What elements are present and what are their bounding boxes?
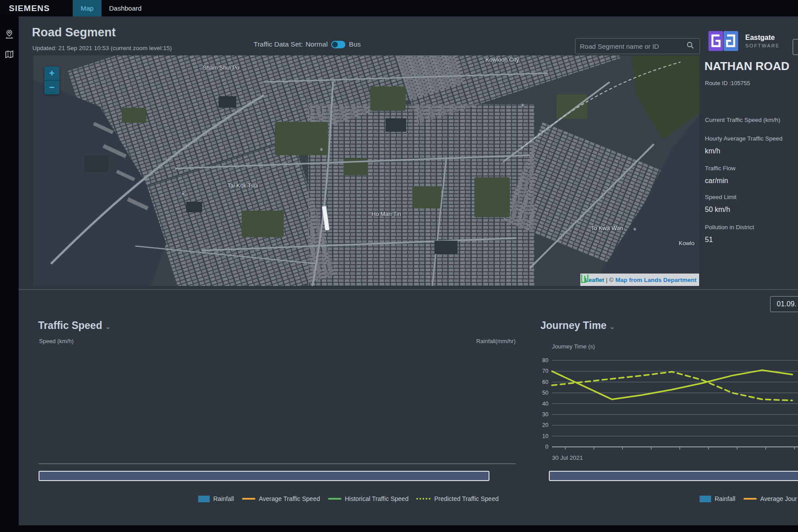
metric-label: Current Traffic Speed (km/h) (705, 117, 780, 123)
legend-item[interactable]: Average Traffic Speed (242, 495, 320, 502)
cutoff-edge-button[interactable] (793, 39, 798, 55)
y-tick-label: 60 (542, 379, 548, 385)
x-tick-label: 14:46 (701, 452, 715, 452)
lands-department-link[interactable]: Map from Lands Department (615, 277, 696, 283)
eastgate-sub: SOFTWARE (745, 43, 780, 48)
eastgate-logo-right-square (724, 31, 738, 51)
dataset-option-bus: Bus (349, 40, 361, 48)
location-pin-icon[interactable] (4, 29, 15, 39)
section-divider (19, 289, 798, 290)
legend-swatch-box (700, 496, 711, 502)
y-tick-label: 50 (542, 390, 548, 396)
bottom-strip (0, 525, 798, 532)
zoom-in-button[interactable]: + (44, 66, 59, 81)
legend-label: Predicted Traffic Speed (434, 495, 498, 502)
tab-map[interactable]: Map (73, 0, 102, 16)
eastgate-logo-left-square (708, 31, 723, 51)
legend-item[interactable]: Rainfall (700, 495, 735, 502)
legend-item[interactable]: Historical Traffic Speed (328, 495, 409, 502)
map-place-label: Kowloon City (485, 56, 519, 63)
legend-item[interactable]: Average Jour (743, 495, 797, 502)
metric-value: car/min (705, 177, 728, 185)
metric-label: Hourly Average Traffic Speed (705, 135, 782, 142)
dataset-toggle[interactable] (331, 41, 345, 48)
top-bar: SIEMENS Map Dashboard (0, 0, 798, 16)
metric-value: 50 km/h (705, 206, 730, 214)
y-tick-label: 70 (542, 368, 548, 374)
metric-label: Pollution in District (705, 224, 754, 231)
x-tick-label: 14:36 (558, 452, 572, 452)
y-tick-label: 30 (542, 411, 548, 418)
map-poi-symbol: ✳ (181, 191, 185, 197)
search-box (575, 38, 700, 54)
map-zoom-control: + − (44, 66, 59, 94)
x-tick-label: 14:42 (644, 452, 658, 452)
series-dashed (552, 372, 792, 401)
map-place-label: Ho Man Tin (372, 211, 401, 217)
traffic-speed-scrollbar[interactable] (39, 471, 489, 481)
x-tick-label: 14:48 (730, 452, 744, 452)
metric-value: 51 (705, 236, 713, 244)
map-attribution: Leaflet | © Map from Lands Department (580, 274, 699, 286)
eastgate-logo: Eastgate SOFTWARE (708, 31, 780, 51)
traffic-speed-legend: RainfallAverage Traffic SpeedHistorical … (198, 495, 499, 502)
eastgate-name: Eastgate (745, 34, 780, 42)
x-tick-label: 14:44 (673, 452, 687, 452)
legend-swatch-box (198, 496, 210, 502)
chevron-down-icon: ⌄ (105, 323, 110, 330)
map-poi-symbol: ✳ (633, 227, 637, 232)
x-tick-label: 14:52 (787, 452, 798, 452)
y-tick-label: 10 (542, 433, 548, 439)
legend-item[interactable]: Predicted Traffic Speed (416, 495, 498, 502)
traffic-speed-title-text: Traffic Speed (38, 320, 102, 331)
map-place-label: Tai Kok Tsui (227, 182, 258, 189)
map-place-label: To Kwa Wan (591, 225, 623, 231)
traffic-speed-xaxis-line (39, 463, 516, 464)
dataset-label: Traffic Data Set: (254, 40, 303, 48)
x-tick-label: 14:40 (616, 452, 630, 452)
legend-label: Average Jour (760, 495, 797, 502)
dataset-option-normal: Normal (305, 40, 328, 48)
siemens-logo: SIEMENS (9, 4, 50, 13)
metric-label: Speed Limit (705, 194, 736, 200)
attribution-separator: | © (606, 277, 614, 283)
map-place-label: Sham Shui Po (203, 64, 239, 71)
y-tick-label: 80 (542, 357, 548, 364)
toggle-knob (332, 42, 338, 47)
eastgate-logo-mark (708, 31, 738, 51)
main-panel: Road Segment Updated: 21 Sep 2021 10:53 … (19, 16, 798, 525)
traffic-speed-chart-title[interactable]: Traffic Speed⌄ (38, 320, 111, 332)
eastgate-logo-text: Eastgate SOFTWARE (745, 34, 780, 48)
legend-swatch-line (242, 498, 255, 500)
journey-time-scrollbar[interactable] (549, 471, 798, 481)
legend-swatch-line (743, 498, 757, 500)
tab-dashboard[interactable]: Dashboard (101, 0, 149, 16)
metric-label: Traffic Flow (705, 165, 735, 172)
map-poi-symbol: ✳ (319, 147, 323, 153)
zoom-out-button[interactable]: − (44, 81, 59, 94)
journey-time-yaxis-label: Journey Time (s) (552, 343, 595, 350)
metric-value: km/h (705, 147, 720, 155)
map-tiles (33, 55, 699, 286)
map-place-label: Kowlo (679, 240, 694, 246)
legend-swatch-line (328, 498, 341, 500)
search-input[interactable] (575, 43, 686, 50)
legend-label: Average Traffic Speed (259, 495, 320, 502)
route-id: Route ID :105755 (705, 80, 750, 86)
y-tick-label: 0 (545, 444, 548, 450)
map-canvas[interactable]: Sham Shui PoKowloon CityTai Kok TsuiHo M… (33, 55, 699, 286)
traffic-speed-yaxis-label: Speed (km/h) (39, 338, 74, 344)
x-tick-label: 14:50 (759, 452, 773, 452)
y-tick-label: 40 (542, 401, 548, 407)
legend-item[interactable]: Rainfall (198, 495, 234, 502)
journey-time-date-label: 30 Jul 2021 (552, 454, 583, 461)
legend-label: Rainfall (715, 495, 735, 502)
legend-label: Historical Traffic Speed (345, 495, 409, 502)
search-icon[interactable] (686, 41, 700, 51)
left-sidebar (0, 16, 19, 532)
app-root: SIEMENS Map Dashboard Road Segment Updat… (0, 0, 798, 532)
map-poi-symbol: ✳ (520, 102, 524, 108)
selected-road-name: NATHAN ROAD (704, 59, 790, 73)
map-icon[interactable] (4, 49, 15, 60)
lands-department-logo-icon (580, 274, 589, 283)
